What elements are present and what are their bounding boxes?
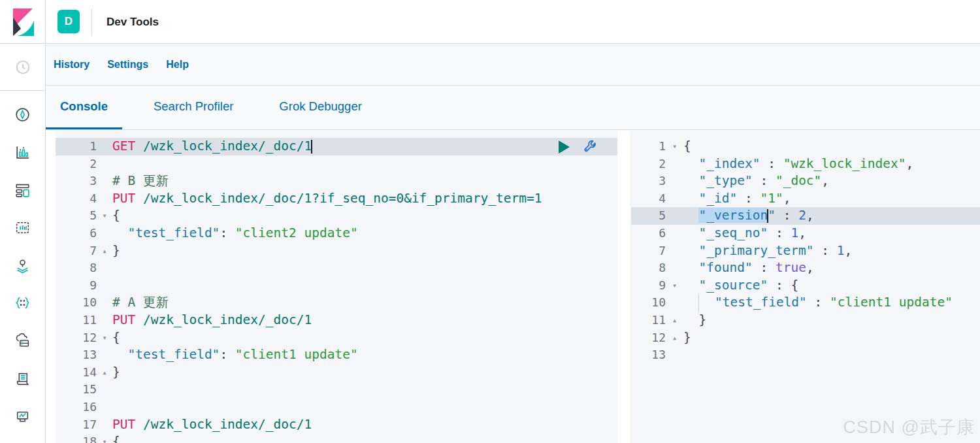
line-number: 12 (631, 329, 666, 347)
sidebar-item-machine-learning[interactable] (0, 287, 45, 318)
code-line-5[interactable]: 5▾{ (56, 207, 617, 225)
line-number: 6 (631, 225, 666, 242)
kibana-logo[interactable] (0, 0, 46, 44)
code-line-4[interactable]: 4 "_id" : "1", (631, 190, 980, 208)
fold-toggle-icon[interactable]: ▾ (666, 277, 683, 295)
code-line-3[interactable]: 3# B 更新 (56, 172, 617, 190)
console-top-nav: History Settings Help (46, 44, 980, 86)
code-line-10[interactable]: 10 "test_field" : "client1 update" (631, 294, 980, 312)
sidebar-item-canvas[interactable] (0, 212, 45, 243)
fold-toggle-icon[interactable]: ▾ (97, 329, 112, 347)
header-divider (91, 8, 92, 35)
code-line-14[interactable]: 14▴} (56, 364, 617, 382)
fold-spacer (97, 416, 112, 434)
code-line-17[interactable]: 17PUT /wzk_lock_index/_doc/1 (56, 416, 617, 434)
wrench-icon[interactable] (582, 139, 597, 157)
fold-spacer (666, 225, 683, 242)
canvas-icon (14, 220, 31, 236)
line-number: 16 (56, 399, 97, 416)
cloud-server-icon (14, 333, 31, 349)
settings-link[interactable]: Settings (107, 59, 148, 71)
tab-console[interactable]: Console (46, 86, 122, 129)
help-link[interactable]: Help (166, 59, 189, 71)
code-line-10[interactable]: 10# A 更新 (56, 294, 617, 312)
send-request-button[interactable] (559, 140, 570, 154)
fold-toggle-icon[interactable]: ▾ (97, 433, 112, 443)
console-request-editor[interactable]: 1GET /wzk_lock_index/_doc/123# B 更新4PUT … (56, 131, 617, 443)
code-text: PUT /wzk_lock_index/_doc/1 (112, 416, 617, 434)
fold-spacer (97, 172, 112, 190)
code-line-6[interactable]: 6 "_seq_no" : 1, (631, 225, 980, 242)
sidebar-item-maps[interactable] (0, 250, 45, 281)
line-number: 13 (631, 346, 666, 364)
fold-toggle-icon[interactable]: ▴ (666, 329, 683, 347)
code-line-9[interactable]: 9▾ "_source" : { (631, 277, 980, 295)
recently-viewed-button[interactable] (0, 44, 45, 91)
line-number: 12 (56, 329, 97, 347)
code-line-7[interactable]: 7 "_primary_term" : 1, (631, 242, 980, 260)
code-line-5[interactable]: 5 "_version" : 2, (631, 207, 980, 225)
bar-chart-icon (14, 144, 31, 161)
code-line-3[interactable]: 3 "_type" : "_doc", (631, 172, 980, 190)
code-line-13[interactable]: 13 (631, 346, 980, 364)
sidebar-item-metrics[interactable] (0, 325, 45, 356)
code-line-4[interactable]: 4PUT /wzk_lock_index/_doc/1?if_seq_no=0&… (56, 190, 617, 208)
code-line-2[interactable]: 2 "_index" : "wzk_lock_index", (631, 156, 980, 173)
line-number: 2 (56, 156, 97, 173)
code-line-11[interactable]: 11▴ } (631, 312, 980, 329)
sidebar-item-apm[interactable] (0, 401, 45, 433)
code-line-13[interactable]: 13 "test_field": "client1 update" (56, 346, 617, 364)
code-line-1[interactable]: 1GET /wzk_lock_index/_doc/1 (56, 138, 617, 156)
tab-search-profiler[interactable]: Search Profiler (139, 86, 248, 129)
code-text: PUT /wzk_lock_index/_doc/1?if_seq_no=0&i… (112, 190, 617, 208)
compass-icon (14, 107, 31, 123)
code-line-15[interactable]: 15 (56, 381, 617, 399)
line-number: 8 (56, 259, 97, 277)
code-line-16[interactable]: 16 (56, 399, 617, 416)
code-text: "_index" : "wzk_lock_index", (683, 156, 980, 173)
code-text: { (112, 329, 617, 347)
sidebar-item-dashboard[interactable] (0, 174, 45, 206)
code-line-18[interactable]: 18▾{ (56, 433, 617, 443)
code-line-7[interactable]: 7▴} (56, 242, 617, 260)
fold-toggle-icon[interactable]: ▾ (666, 138, 683, 156)
fold-toggle-icon[interactable]: ▴ (97, 364, 112, 382)
line-number: 1 (56, 138, 97, 156)
fold-toggle-icon[interactable]: ▴ (97, 242, 112, 260)
code-text (112, 381, 617, 399)
sidebar-item-discover[interactable] (0, 99, 45, 130)
tab-grok-debugger[interactable]: Grok Debugger (265, 86, 376, 129)
fold-toggle-icon[interactable]: ▴ (666, 312, 683, 329)
code-line-11[interactable]: 11PUT /wzk_lock_index/_doc/1 (56, 312, 617, 329)
code-text: "_version" : 2, (683, 207, 980, 225)
top-bar: D Dev Tools (0, 0, 980, 44)
logs-icon (14, 370, 31, 387)
line-number: 1 (631, 138, 666, 156)
code-text (112, 156, 617, 173)
code-line-8[interactable]: 8 "found" : true, (631, 259, 980, 277)
code-line-6[interactable]: 6 "test_field": "client2 update" (56, 225, 617, 242)
fold-toggle-icon[interactable]: ▾ (97, 207, 112, 225)
fold-spacer (97, 312, 112, 329)
fold-spacer (666, 242, 683, 260)
dev-tools-app-badge[interactable]: D (57, 10, 80, 33)
apm-icon (14, 409, 31, 425)
fold-spacer (666, 156, 683, 173)
code-text: { (112, 433, 617, 443)
line-number: 5 (631, 207, 666, 225)
sidebar-item-logs[interactable] (0, 363, 45, 394)
code-line-9[interactable]: 9 (56, 277, 617, 295)
history-link[interactable]: History (54, 59, 90, 71)
code-line-12[interactable]: 12▾{ (56, 329, 617, 347)
code-text: } (112, 242, 617, 260)
code-line-2[interactable]: 2 (56, 156, 617, 173)
line-number: 3 (631, 172, 666, 190)
code-line-8[interactable]: 8 (56, 259, 617, 277)
code-line-12[interactable]: 12▴} (631, 329, 980, 347)
code-text: "_source" : { (683, 277, 980, 295)
line-number: 4 (631, 190, 666, 208)
console-response-pane[interactable]: 1▾{2 "_index" : "wzk_lock_index",3 "_typ… (630, 131, 980, 443)
sidebar-item-visualize[interactable] (0, 137, 45, 168)
code-line-1[interactable]: 1▾{ (631, 138, 980, 156)
line-number: 10 (56, 294, 97, 312)
